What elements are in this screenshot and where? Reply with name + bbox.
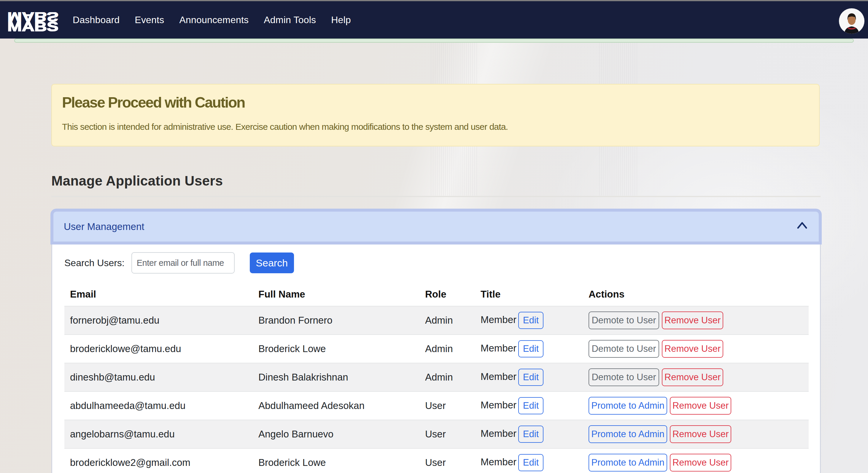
svg-text:MABS: MABS [7, 19, 58, 32]
